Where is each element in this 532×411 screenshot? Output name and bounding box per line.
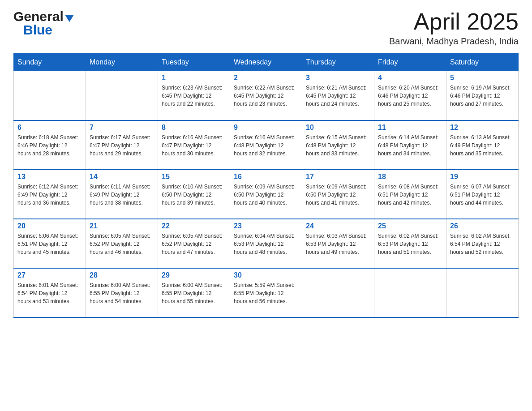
day-number: 26	[450, 222, 515, 230]
calendar-cell: 18Sunrise: 6:08 AM Sunset: 6:51 PM Dayli…	[374, 170, 446, 219]
day-number: 22	[162, 222, 226, 230]
calendar-cell	[14, 71, 86, 120]
location-subtitle: Barwani, Madhya Pradesh, India	[389, 36, 519, 47]
calendar-header-day: Tuesday	[158, 54, 230, 71]
day-info: Sunrise: 6:05 AM Sunset: 6:52 PM Dayligh…	[90, 232, 154, 256]
calendar-cell: 12Sunrise: 6:13 AM Sunset: 6:49 PM Dayli…	[446, 120, 519, 170]
day-info: Sunrise: 6:03 AM Sunset: 6:53 PM Dayligh…	[306, 232, 370, 256]
day-info: Sunrise: 6:05 AM Sunset: 6:52 PM Dayligh…	[162, 232, 226, 256]
calendar-cell: 9Sunrise: 6:16 AM Sunset: 6:48 PM Daylig…	[230, 120, 302, 170]
month-title: April 2025	[389, 9, 519, 34]
day-info: Sunrise: 6:12 AM Sunset: 6:49 PM Dayligh…	[17, 183, 82, 207]
day-number: 24	[306, 222, 370, 230]
calendar-cell: 3Sunrise: 6:21 AM Sunset: 6:45 PM Daylig…	[302, 71, 374, 120]
day-number: 12	[450, 124, 515, 132]
calendar-cell: 26Sunrise: 6:02 AM Sunset: 6:54 PM Dayli…	[446, 219, 519, 268]
page-header: General Blue April 2025 Barwani, Madhya …	[13, 9, 519, 47]
calendar-body: 1Sunrise: 6:23 AM Sunset: 6:45 PM Daylig…	[14, 71, 519, 317]
calendar-header-day: Friday	[374, 54, 446, 71]
calendar-cell: 1Sunrise: 6:23 AM Sunset: 6:45 PM Daylig…	[158, 71, 230, 120]
day-number: 19	[450, 173, 515, 181]
calendar-header-day: Thursday	[302, 54, 374, 71]
day-info: Sunrise: 6:16 AM Sunset: 6:47 PM Dayligh…	[162, 133, 226, 158]
day-number: 23	[234, 222, 298, 230]
day-number: 28	[90, 271, 154, 279]
calendar-cell: 10Sunrise: 6:15 AM Sunset: 6:48 PM Dayli…	[302, 120, 374, 170]
day-info: Sunrise: 6:01 AM Sunset: 6:54 PM Dayligh…	[17, 281, 82, 305]
day-info: Sunrise: 5:59 AM Sunset: 6:55 PM Dayligh…	[234, 281, 298, 305]
logo-general-text: General	[13, 9, 64, 24]
day-number: 20	[17, 222, 82, 230]
day-number: 8	[162, 124, 226, 132]
day-info: Sunrise: 6:09 AM Sunset: 6:50 PM Dayligh…	[306, 183, 370, 207]
calendar-week-row: 13Sunrise: 6:12 AM Sunset: 6:49 PM Dayli…	[14, 170, 519, 219]
day-number: 2	[234, 74, 298, 82]
day-info: Sunrise: 6:00 AM Sunset: 6:55 PM Dayligh…	[90, 281, 154, 305]
calendar-cell: 30Sunrise: 5:59 AM Sunset: 6:55 PM Dayli…	[230, 268, 302, 317]
calendar-cell: 2Sunrise: 6:22 AM Sunset: 6:45 PM Daylig…	[230, 71, 302, 120]
calendar-cell: 11Sunrise: 6:14 AM Sunset: 6:48 PM Dayli…	[374, 120, 446, 170]
day-number: 14	[90, 173, 154, 181]
logo-arrow-icon	[65, 15, 74, 22]
calendar-cell: 13Sunrise: 6:12 AM Sunset: 6:49 PM Dayli…	[14, 170, 86, 219]
calendar-cell: 27Sunrise: 6:01 AM Sunset: 6:54 PM Dayli…	[14, 268, 86, 317]
day-info: Sunrise: 6:16 AM Sunset: 6:48 PM Dayligh…	[234, 133, 298, 158]
calendar-week-row: 6Sunrise: 6:18 AM Sunset: 6:46 PM Daylig…	[14, 120, 519, 170]
day-number: 16	[234, 173, 298, 181]
calendar-header-day: Sunday	[14, 54, 86, 71]
day-info: Sunrise: 6:06 AM Sunset: 6:51 PM Dayligh…	[17, 232, 82, 256]
day-info: Sunrise: 6:21 AM Sunset: 6:45 PM Dayligh…	[306, 84, 370, 108]
calendar-cell: 21Sunrise: 6:05 AM Sunset: 6:52 PM Dayli…	[86, 219, 158, 268]
day-number: 18	[378, 173, 442, 181]
calendar-cell: 5Sunrise: 6:19 AM Sunset: 6:46 PM Daylig…	[446, 71, 519, 120]
calendar-cell: 23Sunrise: 6:04 AM Sunset: 6:53 PM Dayli…	[230, 219, 302, 268]
calendar-cell: 28Sunrise: 6:00 AM Sunset: 6:55 PM Dayli…	[86, 268, 158, 317]
day-number: 7	[90, 124, 154, 132]
day-info: Sunrise: 6:14 AM Sunset: 6:48 PM Dayligh…	[378, 133, 442, 158]
day-number: 30	[234, 271, 298, 279]
day-info: Sunrise: 6:19 AM Sunset: 6:46 PM Dayligh…	[450, 84, 515, 108]
calendar-cell	[86, 71, 158, 120]
day-info: Sunrise: 6:10 AM Sunset: 6:50 PM Dayligh…	[162, 183, 226, 207]
calendar-cell: 15Sunrise: 6:10 AM Sunset: 6:50 PM Dayli…	[158, 170, 230, 219]
calendar-header-day: Monday	[86, 54, 158, 71]
day-number: 9	[234, 124, 298, 132]
calendar-header-day: Wednesday	[230, 54, 302, 71]
day-info: Sunrise: 6:02 AM Sunset: 6:54 PM Dayligh…	[450, 232, 515, 256]
day-number: 21	[90, 222, 154, 230]
day-number: 4	[378, 74, 442, 82]
day-number: 29	[162, 271, 226, 279]
calendar-cell: 8Sunrise: 6:16 AM Sunset: 6:47 PM Daylig…	[158, 120, 230, 170]
day-number: 27	[17, 271, 82, 279]
day-number: 3	[306, 74, 370, 82]
title-area: April 2025 Barwani, Madhya Pradesh, Indi…	[389, 9, 519, 47]
day-info: Sunrise: 6:18 AM Sunset: 6:46 PM Dayligh…	[17, 133, 82, 158]
calendar-cell: 7Sunrise: 6:17 AM Sunset: 6:47 PM Daylig…	[86, 120, 158, 170]
calendar-header: SundayMondayTuesdayWednesdayThursdayFrid…	[14, 54, 519, 71]
calendar-cell	[374, 268, 446, 317]
logo: General Blue	[13, 9, 74, 38]
day-info: Sunrise: 6:04 AM Sunset: 6:53 PM Dayligh…	[234, 232, 298, 256]
day-number: 1	[162, 74, 226, 82]
calendar-week-row: 1Sunrise: 6:23 AM Sunset: 6:45 PM Daylig…	[14, 71, 519, 120]
day-number: 5	[450, 74, 515, 82]
day-info: Sunrise: 6:20 AM Sunset: 6:46 PM Dayligh…	[378, 84, 442, 108]
day-number: 6	[17, 124, 82, 132]
day-number: 17	[306, 173, 370, 181]
calendar-cell	[302, 268, 374, 317]
day-info: Sunrise: 6:17 AM Sunset: 6:47 PM Dayligh…	[90, 133, 154, 158]
day-info: Sunrise: 6:22 AM Sunset: 6:45 PM Dayligh…	[234, 84, 298, 108]
day-info: Sunrise: 6:15 AM Sunset: 6:48 PM Dayligh…	[306, 133, 370, 158]
day-number: 15	[162, 173, 226, 181]
calendar-cell: 6Sunrise: 6:18 AM Sunset: 6:46 PM Daylig…	[14, 120, 86, 170]
calendar-cell: 24Sunrise: 6:03 AM Sunset: 6:53 PM Dayli…	[302, 219, 374, 268]
calendar-cell	[446, 268, 519, 317]
day-info: Sunrise: 6:02 AM Sunset: 6:53 PM Dayligh…	[378, 232, 442, 256]
day-number: 10	[306, 124, 370, 132]
calendar-week-row: 27Sunrise: 6:01 AM Sunset: 6:54 PM Dayli…	[14, 268, 519, 317]
day-info: Sunrise: 6:11 AM Sunset: 6:49 PM Dayligh…	[90, 183, 154, 207]
day-number: 13	[17, 173, 82, 181]
calendar-cell: 22Sunrise: 6:05 AM Sunset: 6:52 PM Dayli…	[158, 219, 230, 268]
calendar-cell: 17Sunrise: 6:09 AM Sunset: 6:50 PM Dayli…	[302, 170, 374, 219]
day-number: 11	[378, 124, 442, 132]
